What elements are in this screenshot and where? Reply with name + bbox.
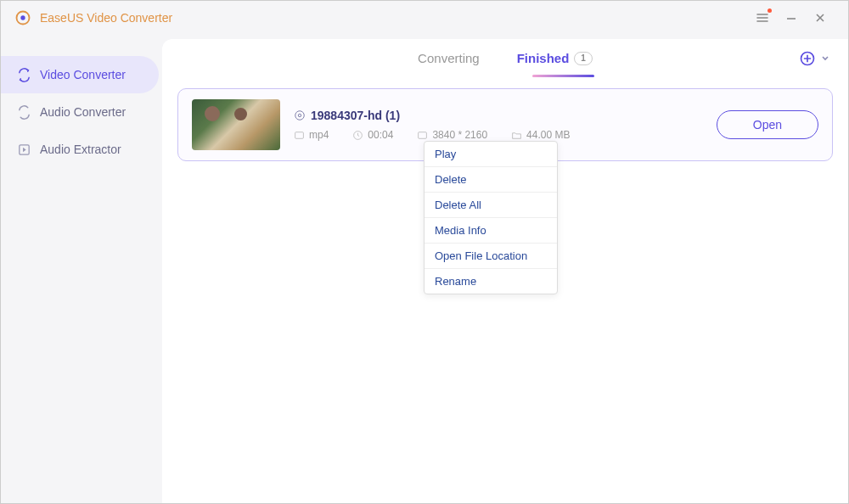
minimize-button[interactable] — [777, 5, 806, 31]
app-title: EaseUS Video Converter — [40, 11, 172, 25]
context-item-open-file-location[interactable]: Open File Location — [424, 244, 557, 269]
svg-rect-6 — [295, 132, 304, 138]
audio-extractor-icon — [16, 142, 31, 157]
context-menu: Play Delete Delete All Media Info Open F… — [424, 141, 558, 294]
file-resolution: 3840 * 2160 — [417, 129, 487, 141]
sidebar-item-label: Video Converter — [40, 68, 126, 81]
file-duration: 00:04 — [352, 129, 393, 141]
context-item-delete[interactable]: Delete — [424, 167, 557, 193]
tab-converting[interactable]: Converting — [399, 39, 498, 77]
svg-rect-8 — [419, 132, 427, 138]
svg-point-4 — [295, 111, 305, 120]
sidebar-item-label: Audio Converter — [40, 105, 126, 119]
file-name: 19884307-hd (1) — [311, 109, 400, 122]
tabs: Converting Finished 1 — [162, 39, 848, 78]
file-thumbnail — [192, 99, 280, 150]
file-format: mp4 — [294, 129, 329, 141]
context-item-media-info[interactable]: Media Info — [424, 218, 557, 244]
tab-label: Finished — [517, 51, 570, 65]
clock-icon — [352, 130, 363, 141]
format-icon — [294, 130, 305, 141]
context-item-play[interactable]: Play — [424, 142, 557, 167]
titlebar: EaseUS Video Converter — [1, 1, 848, 35]
context-item-delete-all[interactable]: Delete All — [424, 193, 557, 218]
sidebar: Video Converter Audio Converter Audio Ex… — [1, 35, 162, 503]
tab-finished-count: 1 — [574, 52, 593, 65]
app-logo-icon — [14, 9, 31, 26]
sidebar-item-audio-converter[interactable]: Audio Converter — [1, 93, 159, 131]
tab-label: Converting — [418, 51, 480, 65]
video-file-icon — [294, 109, 306, 121]
resolution-icon — [417, 130, 428, 141]
sidebar-item-label: Audio Extractor — [40, 143, 121, 156]
chevron-down-icon — [821, 54, 829, 63]
close-button[interactable] — [806, 5, 835, 31]
menu-button[interactable] — [748, 5, 777, 31]
tab-finished[interactable]: Finished 1 — [498, 39, 611, 77]
svg-point-1 — [20, 15, 25, 20]
plus-circle-icon — [799, 50, 816, 67]
svg-point-5 — [298, 114, 301, 117]
open-button[interactable]: Open — [717, 110, 818, 139]
file-size: 44.00 MB — [511, 129, 570, 141]
sidebar-item-audio-extractor[interactable]: Audio Extractor — [1, 131, 159, 168]
audio-converter-icon — [16, 104, 31, 120]
folder-icon — [511, 130, 522, 141]
file-info: 19884307-hd (1) mp4 00:04 — [294, 109, 717, 141]
video-converter-icon — [16, 67, 31, 82]
notification-dot-icon — [767, 8, 772, 13]
context-item-rename[interactable]: Rename — [424, 269, 557, 294]
sidebar-item-video-converter[interactable]: Video Converter — [1, 56, 159, 93]
add-button[interactable] — [799, 50, 829, 67]
